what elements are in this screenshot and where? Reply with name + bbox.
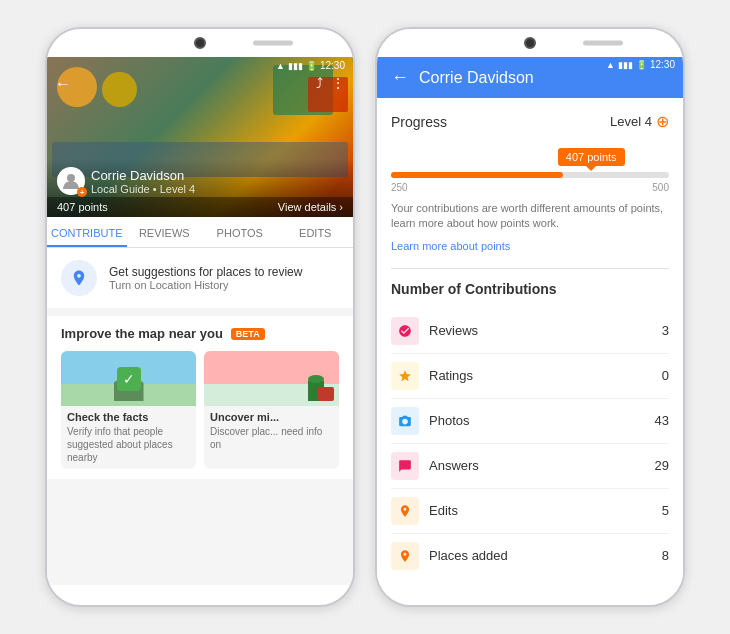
phone2-content: Progress Level 4 ⊕ 407 points 250 — [377, 98, 683, 585]
answers-count: 29 — [655, 458, 669, 473]
tab-photos[interactable]: PHOTOS — [202, 217, 278, 247]
edits-label: Edits — [429, 503, 662, 518]
back-button-left[interactable]: ← — [55, 75, 71, 93]
share-button[interactable]: ⤴ — [316, 75, 323, 91]
level-badge: Level 4 ⊕ — [610, 112, 669, 131]
ratings-count: 0 — [662, 368, 669, 383]
hero-section: ▲ ▮▮▮ 🔋 12:30 ← ⤴ ⋮ — [47, 57, 353, 217]
progress-header: Progress Level 4 ⊕ — [391, 112, 669, 131]
speaker-left — [253, 41, 293, 46]
phone-screen-left: ▲ ▮▮▮ 🔋 12:30 ← ⤴ ⋮ — [47, 57, 353, 585]
phone-screen-right: ← Corrie Davidson ▲ ▮▮▮ 🔋 12:30 Progress — [377, 57, 683, 585]
signal-icon-right: ▮▮▮ — [618, 60, 633, 70]
hero-user-subtitle: Local Guide • Level 4 — [91, 183, 195, 195]
learn-more-link[interactable]: Learn more about points — [391, 240, 510, 252]
contribution-row-ratings: Ratings 0 — [391, 354, 669, 399]
battery-icon-right: 🔋 — [636, 60, 647, 70]
card-title-2: Uncover mi... — [210, 411, 333, 423]
beta-badge: BETA — [231, 328, 265, 340]
places-label: Places added — [429, 548, 662, 563]
more-button[interactable]: ⋮ — [331, 75, 345, 91]
photos-icon — [391, 407, 419, 435]
phone-left: ▲ ▮▮▮ 🔋 12:30 ← ⤴ ⋮ — [45, 27, 355, 607]
camera-right — [524, 37, 536, 49]
phone2-header: ← Corrie Davidson ▲ ▮▮▮ 🔋 12:30 — [377, 57, 683, 98]
places-icon — [391, 542, 419, 570]
phone-bottom-right — [377, 585, 683, 605]
mini-card-uncover[interactable]: Uncover mi... Discover plac... need info… — [204, 351, 339, 469]
card-img-bg-1: ✓ — [61, 351, 196, 406]
reviews-icon — [391, 317, 419, 345]
mini-card-check-facts[interactable]: ✓ Check the facts Verify info that peopl… — [61, 351, 196, 469]
location-card-title: Get suggestions for places to review — [109, 265, 302, 279]
improve-header: Improve the map near you BETA — [61, 326, 339, 341]
card-image-2 — [204, 351, 339, 406]
progress-section: Progress Level 4 ⊕ 407 points 250 — [391, 112, 669, 254]
view-details-link[interactable]: View details › — [278, 201, 343, 213]
tabs-bar: CONTRIBUTE REVIEWS PHOTOS EDITS — [47, 217, 353, 248]
card-text-1: Check the facts Verify info that people … — [61, 406, 196, 469]
ratings-icon — [391, 362, 419, 390]
svg-point-0 — [67, 174, 75, 182]
phone-top-left — [47, 29, 353, 57]
camera-left — [194, 37, 206, 49]
progress-title: Progress — [391, 114, 447, 130]
edits-icon — [391, 497, 419, 525]
location-text: Get suggestions for places to review Tur… — [109, 265, 302, 291]
phone2-status-bar: ▲ ▮▮▮ 🔋 12:30 — [606, 59, 675, 70]
cylinder-top — [308, 375, 324, 383]
check-icon: ✓ — [117, 367, 141, 391]
avatar-plus-icon: + — [77, 187, 87, 197]
location-pin-icon — [61, 260, 97, 296]
time-left: 12:30 — [320, 60, 345, 71]
reviews-count: 3 — [662, 323, 669, 338]
contribution-row-reviews: Reviews 3 — [391, 309, 669, 354]
improve-title: Improve the map near you — [61, 326, 223, 341]
improve-section: Improve the map near you BETA ✓ — [47, 316, 353, 479]
header-title: Corrie Davidson — [419, 69, 534, 87]
hero-overlay: + Corrie Davidson Local Guide • Level 4 … — [47, 159, 353, 217]
location-card: Get suggestions for places to review Tur… — [47, 248, 353, 308]
contributions-section: Number of Contributions Reviews 3 — [391, 281, 669, 578]
edits-count: 5 — [662, 503, 669, 518]
contribution-row-edits: Edits 5 — [391, 489, 669, 534]
progress-track — [391, 172, 669, 178]
points-tooltip: 407 points — [558, 148, 625, 166]
battery-icon-left: 🔋 — [306, 61, 317, 71]
box-shape-icon — [318, 387, 334, 401]
progress-min: 250 — [391, 182, 408, 193]
photos-label: Photos — [429, 413, 655, 428]
signal-icon: ▮▮▮ — [288, 61, 303, 71]
wifi-icon-right: ▲ — [606, 60, 615, 70]
card-desc-1: Verify info that people suggested about … — [67, 425, 190, 464]
contribution-row-places: Places added 8 — [391, 534, 669, 578]
location-card-subtitle: Turn on Location History — [109, 279, 302, 291]
progress-max: 500 — [652, 182, 669, 193]
divider-1 — [391, 268, 669, 269]
tab-edits[interactable]: EDITS — [278, 217, 354, 247]
contributions-title: Number of Contributions — [391, 281, 669, 297]
hero-points-bar: 407 points View details › — [47, 197, 353, 217]
back-button-right[interactable]: ← — [391, 67, 409, 88]
cards-row: ✓ Check the facts Verify info that peopl… — [61, 351, 339, 469]
hero-points: 407 points — [57, 201, 108, 213]
answers-label: Answers — [429, 458, 655, 473]
hero-user-info: + Corrie Davidson Local Guide • Level 4 — [57, 167, 343, 195]
ratings-label: Ratings — [429, 368, 662, 383]
answers-icon — [391, 452, 419, 480]
progress-labels: 250 500 — [391, 182, 669, 193]
level-icon: ⊕ — [656, 112, 669, 131]
reviews-label: Reviews — [429, 323, 662, 338]
phone1-status-bar: ▲ ▮▮▮ 🔋 12:30 — [276, 60, 345, 71]
speaker-right — [583, 41, 623, 46]
card-image-1: ✓ — [61, 351, 196, 406]
hero-user-details: Corrie Davidson Local Guide • Level 4 — [91, 168, 195, 195]
progress-description: Your contributions are worth different a… — [391, 201, 669, 232]
chevron-right-icon: › — [339, 201, 343, 213]
time-right: 12:30 — [650, 59, 675, 70]
photos-count: 43 — [655, 413, 669, 428]
tab-contribute[interactable]: CONTRIBUTE — [47, 217, 127, 247]
card-img-bg-2 — [204, 351, 339, 406]
tab-reviews[interactable]: REVIEWS — [127, 217, 203, 247]
contribution-row-photos: Photos 43 — [391, 399, 669, 444]
